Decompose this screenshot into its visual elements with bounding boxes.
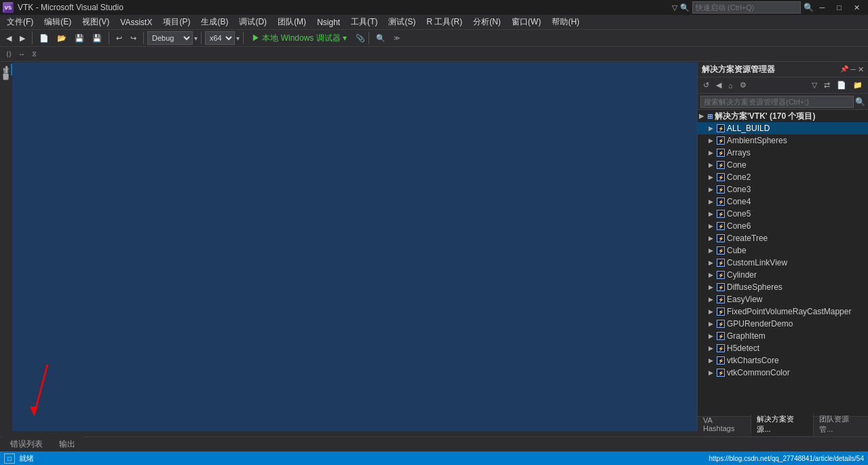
tree-item-vtkChartsCore[interactable]: ▶ ⚡ vtkChartsCore	[698, 354, 868, 367]
proj-icon-8: ⚡	[717, 222, 725, 230]
tree-item-Cone2[interactable]: ▶ ⚡ Cone2	[698, 171, 868, 183]
tree-item-CustomLinkView[interactable]: ▶ ⚡ CustomLinkView	[698, 257, 868, 269]
proj-icon-10: ⚡	[717, 246, 725, 255]
menu-build[interactable]: 生成(B)	[195, 15, 233, 29]
item-arrow-7: ▶	[709, 210, 717, 217]
solution-resource-tab[interactable]: 解决方案资源...	[751, 413, 814, 436]
item-arrow-2: ▶	[709, 149, 717, 156]
panel-refresh-btn[interactable]: ↺	[700, 79, 712, 92]
panel-back-btn[interactable]: ◀	[713, 79, 724, 92]
find-button[interactable]: 🔍	[373, 32, 389, 45]
panel-pin-icon[interactable]: 📌	[840, 65, 848, 74]
tree-item-Cone4[interactable]: ▶ ⚡ Cone4	[698, 196, 868, 208]
forward-button[interactable]: ▶	[16, 32, 29, 45]
statusbar-left: □ 就绪	[4, 453, 34, 464]
filter-icon: ▽	[672, 3, 677, 12]
item-arrow-3: ▶	[709, 162, 717, 168]
team-resource-tab[interactable]: 团队资源管...	[814, 413, 868, 436]
item-arrow-10: ▶	[709, 247, 717, 254]
tree-item-GPURenderDemo[interactable]: ▶ ⚡ GPURenderDemo	[698, 318, 868, 330]
platform-select[interactable]: x64 x86	[205, 31, 235, 45]
new-project-button[interactable]: 📄	[36, 32, 52, 45]
vs-logo: VS	[3, 2, 14, 13]
panel-sync-btn[interactable]: ⇄	[821, 79, 833, 92]
menu-tools[interactable]: 工具(T)	[345, 15, 383, 29]
platform-arrow: ▾	[236, 35, 240, 42]
close-button[interactable]: ✕	[848, 2, 865, 14]
panel-settings-btn[interactable]: ⚙	[737, 79, 749, 92]
item-arrow-1: ▶	[709, 137, 717, 144]
tree-item-Cone6[interactable]: ▶ ⚡ Cone6	[698, 220, 868, 232]
save-all-button[interactable]: 💾	[89, 32, 105, 45]
tree-item-H5detect[interactable]: ▶ ⚡ H5detect	[698, 342, 868, 354]
menu-test[interactable]: 测试(S)	[383, 15, 421, 29]
undo-button[interactable]: ↩	[113, 32, 126, 45]
va-hashtags-tab[interactable]: VA Hashtags	[698, 415, 751, 434]
proj-icon-16: ⚡	[717, 320, 725, 328]
main-toolbar: ◀ ▶ 📄 📂 💾 💾 ↩ ↪ Debug Release ▾ x64 x86 …	[0, 30, 868, 47]
open-button[interactable]: 📂	[54, 32, 70, 45]
menu-nsight[interactable]: Nsight	[312, 16, 345, 29]
tree-item-Cone[interactable]: ▶ ⚡ Cone	[698, 159, 868, 171]
more-buttons[interactable]: ≫	[390, 33, 403, 43]
restore-button[interactable]: □	[831, 2, 847, 13]
panel-newfolder-btn[interactable]: 📁	[850, 79, 865, 92]
config-select[interactable]: Debug Release	[147, 31, 193, 45]
panel-home-btn[interactable]: ⌂	[725, 79, 736, 92]
tree-item-Cone3[interactable]: ▶ ⚡ Cone3	[698, 183, 868, 196]
panel-close-icon[interactable]: ✕	[858, 65, 864, 74]
tree-item-ALL_BUILD[interactable]: ▶ ⚡ ALL_BUILD	[698, 122, 868, 134]
menu-analyze[interactable]: 分析(N)	[468, 15, 506, 29]
menu-project[interactable]: 项目(P)	[157, 15, 195, 29]
menu-edit[interactable]: 编辑(E)	[39, 15, 77, 29]
menu-view[interactable]: 视图(V)	[77, 15, 115, 29]
tree-item-Cylinder[interactable]: ▶ ⚡ Cylinder	[698, 269, 868, 281]
solution-root[interactable]: ▶ ⊞ 解决方案'VTK' (170 个项目)	[698, 110, 868, 122]
panel-search-input[interactable]	[700, 96, 854, 108]
panel-newfile-btn[interactable]: 📄	[834, 79, 849, 92]
menu-team[interactable]: 团队(M)	[272, 15, 312, 29]
tree-item-DiffuseSpheres[interactable]: ▶ ⚡ DiffuseSpheres	[698, 281, 868, 293]
panel-minimize-icon[interactable]: ─	[850, 65, 856, 74]
tree-item-GraphItem[interactable]: ▶ ⚡ GraphItem	[698, 330, 868, 342]
menu-debug[interactable]: 调试(D)	[233, 15, 272, 29]
run-button[interactable]: ▶ 本地 Windows 调试器 ▾	[247, 31, 352, 46]
sidebar-tab-toolbox[interactable]: 工具箱	[0, 76, 12, 81]
tree-item-Arrays[interactable]: ▶ ⚡ Arrays	[698, 147, 868, 159]
toolbar2-btn1[interactable]: ⟨⟩	[3, 48, 15, 60]
sidebar-tab-1[interactable]: ▐	[0, 64, 12, 75]
tree-item-CreateTree[interactable]: ▶ ⚡ CreateTree	[698, 232, 868, 244]
menu-r-tools[interactable]: R 工具(R)	[421, 15, 468, 29]
toolbar2-btn3[interactable]: ⧖	[29, 48, 40, 60]
save-button[interactable]: 💾	[71, 32, 88, 45]
panel-bottom-tabs: VA Hashtags 解决方案资源... 团队资源管...	[698, 416, 868, 431]
item-arrow-16: ▶	[709, 320, 717, 327]
sep4	[201, 32, 202, 44]
output-tab[interactable]: 输出	[52, 436, 83, 451]
proj-icon-18: ⚡	[717, 344, 725, 352]
item-arrow-12: ▶	[709, 272, 717, 278]
minimize-button[interactable]: ─	[814, 2, 831, 13]
tree-item-EasyView[interactable]: ▶ ⚡ EasyView	[698, 293, 868, 305]
toolbar2-btn2[interactable]: ↔	[15, 48, 29, 60]
sidebar-tab-server[interactable]: 服务器资源管理器	[0, 82, 12, 88]
menu-vassistx[interactable]: VAssistX	[115, 16, 157, 29]
proj-icon-20: ⚡	[717, 369, 725, 377]
redo-button[interactable]: ↪	[127, 32, 140, 45]
item-label-6: Cone4	[727, 197, 751, 206]
tree-item-FixedPoint[interactable]: ▶ ⚡ FixedPointVolumeRayCastMapper	[698, 305, 868, 318]
error-list-tab[interactable]: 错误列表	[3, 436, 50, 451]
menu-window[interactable]: 窗口(W)	[506, 15, 546, 29]
tree-item-Cube[interactable]: ▶ ⚡ Cube	[698, 244, 868, 257]
menu-help[interactable]: 帮助(H)	[546, 15, 585, 29]
solution-tree[interactable]: ▶ ⊞ 解决方案'VTK' (170 个项目) ▶ ⚡ ALL_BUILD ▶ …	[698, 110, 868, 416]
item-arrow-9: ▶	[709, 235, 717, 242]
tree-item-AmbientSpheres[interactable]: ▶ ⚡ AmbientSpheres	[698, 134, 868, 147]
tree-item-Cone5[interactable]: ▶ ⚡ Cone5	[698, 208, 868, 220]
quicklaunch-input[interactable]	[692, 1, 801, 14]
menu-file[interactable]: 文件(F)	[1, 15, 39, 29]
panel-filter-btn[interactable]: ▽	[809, 79, 820, 92]
back-button[interactable]: ◀	[3, 32, 15, 45]
tree-item-vtkCommonColor[interactable]: ▶ ⚡ vtkCommonColor	[698, 367, 868, 379]
item-label-0: ALL_BUILD	[727, 124, 770, 133]
